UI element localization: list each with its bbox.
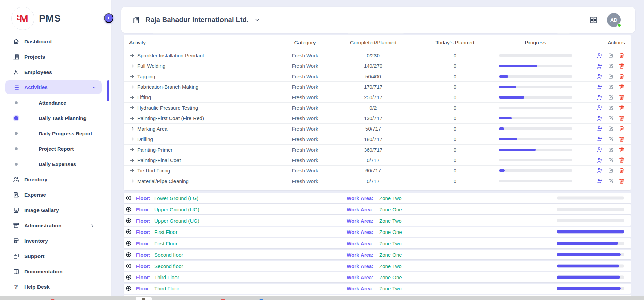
sidebar-item-inventory[interactable]: Inventory <box>0 233 111 249</box>
floor-row[interactable]: Floor: Upper Ground (UG) Work Area: Zone… <box>124 215 631 226</box>
edit-button[interactable] <box>608 63 614 69</box>
expand-plus-icon[interactable] <box>126 206 132 212</box>
edit-button[interactable] <box>608 178 614 184</box>
edit-button[interactable] <box>608 157 614 163</box>
sidebar-item-documentation[interactable]: Documentation <box>0 264 111 279</box>
assign-user-button[interactable] <box>596 157 603 164</box>
sidebar-subitem-daily-progress-report[interactable]: Daily Progress Report <box>0 126 111 141</box>
sidebar-item-label: Employees <box>24 69 52 75</box>
edit-button[interactable] <box>608 52 614 59</box>
taskbar-app-blue-icon[interactable] <box>259 299 263 300</box>
expand-plus-icon[interactable] <box>126 286 132 291</box>
sidebar-scrollbar-thumb[interactable] <box>107 80 109 101</box>
sidebar-collapse-button[interactable] <box>104 13 113 23</box>
sidebar-subitem-project-report[interactable]: Project Report <box>0 141 111 156</box>
store-icon <box>12 237 20 245</box>
sidebar-item-image-gallary[interactable]: Image Gallary <box>0 202 111 218</box>
activity-row: Tapping Fresh Work 50/400 0 <box>124 71 631 82</box>
expand-plus-icon[interactable] <box>126 195 132 201</box>
activity-row: Painting-Primer Fresh Work 360/717 0 <box>124 145 631 155</box>
floor-row[interactable]: Floor: Upper Ground (UG) Work Area: Zone… <box>124 204 631 214</box>
assign-user-button[interactable] <box>596 63 603 70</box>
sidebar-subitem-attendance[interactable]: Attendance <box>0 95 111 110</box>
taskbar-app-red-icon[interactable] <box>221 299 225 300</box>
delete-button[interactable] <box>618 115 625 121</box>
sidebar-item-activities[interactable]: Activities <box>0 80 111 95</box>
expand-plus-icon[interactable] <box>126 240 132 246</box>
floor-progress-bar <box>557 264 624 267</box>
bullet-dot-icon <box>14 131 18 136</box>
assign-user-button[interactable] <box>596 94 603 101</box>
delete-button[interactable] <box>618 52 625 59</box>
taskbar-app-icon[interactable] <box>136 297 152 300</box>
floor-row[interactable]: Floor: Second floor Work Area: Zone One <box>124 250 631 260</box>
edit-button[interactable] <box>608 115 614 121</box>
floor-label: Floor: <box>136 240 151 246</box>
delete-button[interactable] <box>618 167 625 174</box>
assign-user-button[interactable] <box>596 178 603 184</box>
assign-user-button[interactable] <box>596 146 603 153</box>
sidebar-item-dashboard[interactable]: Dashboard <box>0 34 111 49</box>
work-area-name: Zone Two <box>379 263 402 269</box>
assign-user-button[interactable] <box>596 84 603 90</box>
floor-row[interactable]: Floor: Lower Ground (LG) Work Area: Zone… <box>124 193 631 203</box>
assign-user-button[interactable] <box>596 73 603 80</box>
floor-row[interactable]: Floor: Third Floor Work Area: Zone Two <box>124 284 631 294</box>
floor-row[interactable]: Floor: Second floor Work Area: Zone Two <box>124 261 631 271</box>
edit-button[interactable] <box>608 167 614 174</box>
assign-user-button[interactable] <box>596 115 603 122</box>
edit-button[interactable] <box>608 84 614 90</box>
floor-label: Floor: <box>136 286 151 291</box>
assign-user-button[interactable] <box>596 52 603 59</box>
floor-row[interactable]: Floor: Third Floor Work Area: Zone One <box>124 272 631 282</box>
delete-button[interactable] <box>618 147 625 153</box>
delete-button[interactable] <box>618 63 625 69</box>
delete-button[interactable] <box>618 178 625 184</box>
delete-button[interactable] <box>618 125 625 132</box>
os-taskbar[interactable] <box>0 296 644 300</box>
sidebar-item-support[interactable]: Support <box>0 249 111 264</box>
assign-user-button[interactable] <box>596 125 603 132</box>
expand-plus-icon[interactable] <box>126 274 132 280</box>
sidebar-item-expense[interactable]: Expense <box>0 187 111 202</box>
expand-plus-icon[interactable] <box>126 252 132 257</box>
expand-plus-icon[interactable] <box>126 263 132 269</box>
sidebar-item-projects[interactable]: Projects <box>0 49 111 64</box>
sidebar-subitem-daily-expenses[interactable]: Daily Expenses <box>0 156 111 172</box>
delete-button[interactable] <box>618 105 625 111</box>
activity-category: Fresh Work <box>276 126 334 132</box>
edit-button[interactable] <box>608 105 614 111</box>
floor-progress-bar <box>557 287 624 290</box>
activities-active-pill[interactable]: Activities <box>5 80 102 94</box>
delete-button[interactable] <box>618 84 625 90</box>
delete-button[interactable] <box>618 94 625 101</box>
floor-row[interactable]: Floor: First Floor Work Area: Zone One <box>124 227 631 237</box>
delete-button[interactable] <box>618 157 625 163</box>
delete-button[interactable] <box>618 73 625 80</box>
edit-button[interactable] <box>608 136 614 142</box>
taskbar-app-red-icon[interactable] <box>51 299 55 300</box>
chevron-down-icon <box>254 17 260 23</box>
work-area-name: Zone Two <box>379 286 402 291</box>
sidebar-subitem-label: Project Report <box>39 146 74 152</box>
expand-plus-icon[interactable] <box>126 229 132 235</box>
edit-button[interactable] <box>608 147 614 153</box>
user-avatar[interactable]: AD <box>607 13 621 27</box>
expand-plus-icon[interactable] <box>126 218 132 224</box>
edit-button[interactable] <box>608 94 614 101</box>
sidebar-item-employees[interactable]: Employees <box>0 64 111 80</box>
delete-button[interactable] <box>618 136 625 142</box>
sidebar-item-help-desk[interactable]: ? Help Desk <box>0 279 111 295</box>
sidebar-item-directory[interactable]: Directory <box>0 172 111 187</box>
assign-user-button[interactable] <box>596 104 603 111</box>
edit-button[interactable] <box>608 125 614 132</box>
sidebar-subitem-daily-task-planning[interactable]: Daily Task Planning <box>0 110 111 126</box>
assign-user-button[interactable] <box>596 136 603 142</box>
company-selector[interactable]: Raja Bahadur International Ltd. <box>132 16 260 24</box>
edit-button[interactable] <box>608 73 614 80</box>
floor-row[interactable]: Floor: First Floor Work Area: Zone Two <box>124 238 631 249</box>
sidebar-item-administration[interactable]: Administration <box>0 218 111 233</box>
work-area-label: Work Area: <box>347 286 373 291</box>
assign-user-button[interactable] <box>596 167 603 174</box>
apps-grid-icon[interactable] <box>589 16 597 24</box>
